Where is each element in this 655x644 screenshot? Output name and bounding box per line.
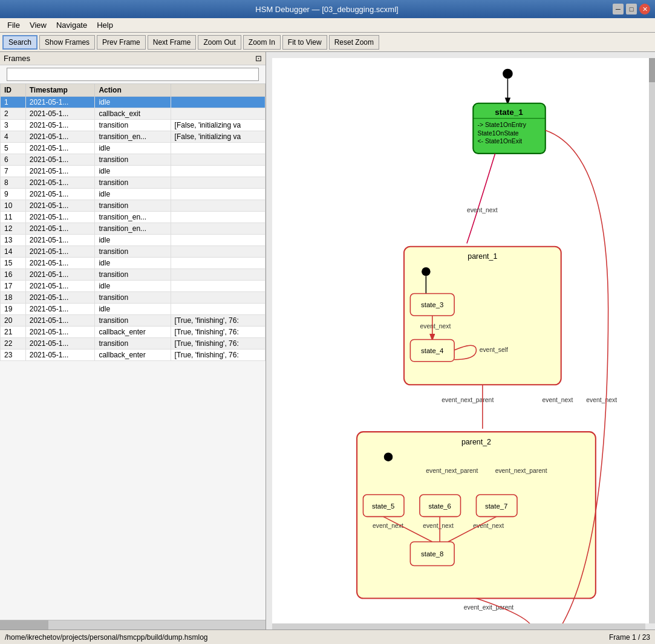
- cell-extra: [True, 'finishing', 76:: [171, 350, 265, 361]
- cell-extra: [171, 292, 265, 304]
- minimize-button[interactable]: ─: [613, 4, 624, 15]
- table-row[interactable]: 6 2021-05-1... transition: [1, 154, 266, 166]
- table-row[interactable]: 9 2021-05-1... idle: [1, 189, 266, 200]
- cell-id: 11: [1, 212, 26, 223]
- frames-icon: ⊡: [255, 54, 262, 63]
- window-title: HSM Debugger — [03_debugging.scxml]: [41, 5, 613, 14]
- show-frames-button[interactable]: Show Frames: [39, 35, 95, 50]
- table-row[interactable]: 14 2021-05-1... transition: [1, 246, 266, 258]
- table-row[interactable]: 13 2021-05-1... idle: [1, 235, 266, 246]
- diagram-area[interactable]: state_1 -> State1OnEntry State1OnState <…: [266, 52, 655, 629]
- title-bar: HSM Debugger — [03_debugging.scxml] ─ □ …: [0, 0, 655, 18]
- table-row[interactable]: 23 2021-05-1... callback_enter [True, 'f…: [1, 350, 266, 361]
- menu-view[interactable]: View: [25, 19, 51, 31]
- cell-action: transition: [95, 154, 171, 166]
- table-row[interactable]: 8 2021-05-1... transition: [1, 177, 266, 189]
- parent-2-label: parent_2: [461, 438, 491, 446]
- arrow-p2-s2: [476, 598, 533, 623]
- cell-timestamp: 2021-05-1...: [25, 97, 95, 108]
- diagram-canvas: state_1 -> State1OnEntry State1OnState <…: [272, 58, 649, 623]
- cell-extra: [171, 281, 265, 292]
- h-scrollbar[interactable]: [0, 620, 266, 629]
- col-id: ID: [1, 84, 26, 97]
- menu-file[interactable]: File: [2, 19, 25, 31]
- frames-title: Frames: [4, 54, 30, 63]
- state-7-label: state_7: [485, 503, 507, 510]
- cell-id: 10: [1, 200, 26, 212]
- cell-action: transition: [95, 338, 171, 350]
- zoom-in-button[interactable]: Zoom In: [243, 35, 281, 50]
- table-row[interactable]: 12 2021-05-1... transition_en...: [1, 223, 266, 235]
- table-row[interactable]: 20 2021-05-1... transition [True, 'finis…: [1, 315, 266, 327]
- table-row[interactable]: 2 2021-05-1... callback_exit: [1, 108, 266, 120]
- cell-action: idle: [95, 189, 171, 200]
- table-row[interactable]: 18 2021-05-1... transition: [1, 292, 266, 304]
- state-1-exit: <- State1OnExit: [478, 138, 523, 145]
- fit-to-view-button[interactable]: Fit to View: [282, 35, 327, 50]
- cell-id: 22: [1, 338, 26, 350]
- cell-action: idle: [95, 166, 171, 177]
- cell-timestamp: 2021-05-1...: [25, 212, 95, 223]
- label-event-next-1: event_next: [467, 207, 498, 213]
- menu-bar: File View Navigate Help: [0, 18, 655, 33]
- table-row[interactable]: 11 2021-05-1... transition_en...: [1, 212, 266, 223]
- state-machine-svg: state_1 -> State1OnEntry State1OnState <…: [272, 58, 649, 623]
- prev-frame-button[interactable]: Prev Frame: [97, 35, 146, 50]
- cell-id: 9: [1, 189, 26, 200]
- cell-extra: [171, 154, 265, 166]
- cell-timestamp: 2021-05-1...: [25, 200, 95, 212]
- menu-navigate[interactable]: Navigate: [51, 19, 92, 31]
- cell-extra: [171, 189, 265, 200]
- table-row[interactable]: 1 2021-05-1... idle: [1, 97, 266, 108]
- cell-timestamp: 2021-05-1...: [25, 154, 95, 166]
- cell-extra: [False, 'initializing va: [171, 120, 265, 131]
- cell-action: idle: [95, 258, 171, 269]
- cell-timestamp: 2021-05-1...: [25, 189, 95, 200]
- cell-action: transition: [95, 177, 171, 189]
- zoom-out-button[interactable]: Zoom Out: [198, 35, 241, 50]
- cell-action: transition_en...: [95, 223, 171, 235]
- table-row[interactable]: 19 2021-05-1... idle: [1, 304, 266, 315]
- table-row[interactable]: 7 2021-05-1... idle: [1, 166, 266, 177]
- cell-extra: [True, 'finishing', 76:: [171, 338, 265, 350]
- cell-extra: [171, 235, 265, 246]
- cell-timestamp: 2021-05-1...: [25, 177, 95, 189]
- frames-search-input[interactable]: [7, 68, 259, 81]
- col-extra: [171, 84, 265, 97]
- cell-extra: [171, 258, 265, 269]
- table-row[interactable]: 4 2021-05-1... transition_en... [False, …: [1, 131, 266, 143]
- table-row[interactable]: 3 2021-05-1... transition [False, 'initi…: [1, 120, 266, 131]
- state-1-entry: -> State1OnEntry: [478, 122, 527, 128]
- cell-extra: [False, 'initializing va: [171, 131, 265, 143]
- state-3-label: state_3: [421, 301, 443, 308]
- table-row[interactable]: 5 2021-05-1... idle: [1, 143, 266, 154]
- table-row[interactable]: 22 2021-05-1... transition [True, 'finis…: [1, 338, 266, 350]
- col-action: Action: [95, 84, 171, 97]
- cell-extra: [171, 97, 265, 108]
- table-row[interactable]: 17 2021-05-1... idle: [1, 281, 266, 292]
- cell-extra: [171, 108, 265, 120]
- cell-action: transition_en...: [95, 131, 171, 143]
- cell-id: 6: [1, 154, 26, 166]
- table-row[interactable]: 16 2021-05-1... transition: [1, 269, 266, 281]
- cell-extra: [171, 143, 265, 154]
- frame-info: Frame 1 / 23: [609, 633, 650, 642]
- frames-table-container[interactable]: ID Timestamp Action 1 2021-05-1... idle …: [0, 83, 266, 620]
- next-frame-button[interactable]: Next Frame: [148, 35, 197, 50]
- label-enp-p2-1: event_next_parent: [426, 467, 478, 474]
- cell-action: idle: [95, 97, 171, 108]
- table-row[interactable]: 21 2021-05-1... callback_enter [True, 'f…: [1, 327, 266, 338]
- cell-id: 23: [1, 350, 26, 361]
- cell-action: idle: [95, 281, 171, 292]
- table-row[interactable]: 10 2021-05-1... transition: [1, 200, 266, 212]
- menu-help[interactable]: Help: [92, 19, 118, 31]
- maximize-button[interactable]: □: [626, 4, 637, 15]
- reset-zoom-button[interactable]: Reset Zoom: [329, 35, 379, 50]
- cell-id: 1: [1, 97, 26, 108]
- close-button[interactable]: ✕: [639, 4, 650, 15]
- cell-extra: [171, 223, 265, 235]
- table-row[interactable]: 15 2021-05-1... idle: [1, 258, 266, 269]
- search-button[interactable]: Search: [2, 35, 37, 50]
- cell-timestamp: 2021-05-1...: [25, 281, 95, 292]
- cell-extra: [171, 269, 265, 281]
